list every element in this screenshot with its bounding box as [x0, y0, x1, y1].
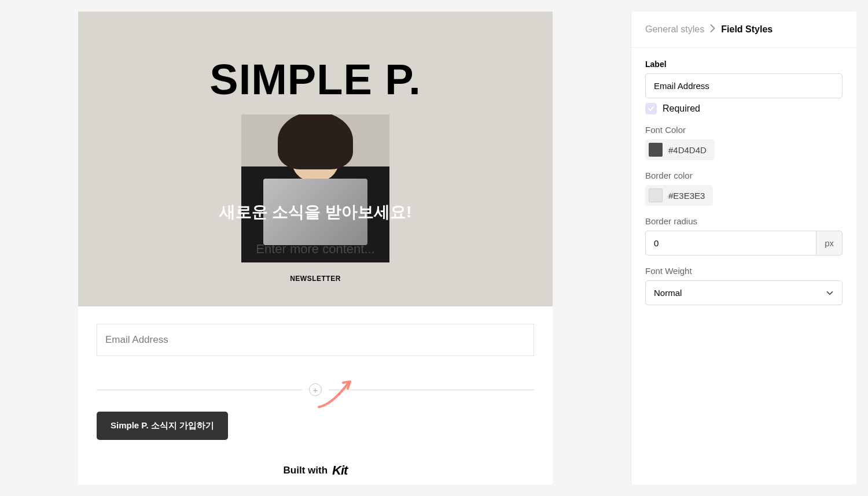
- border-radius-title: Border radius: [645, 216, 843, 226]
- divider-line: [97, 390, 302, 390]
- check-icon: [648, 105, 654, 112]
- font-color-picker[interactable]: #4D4D4D: [645, 139, 715, 160]
- border-radius-input-group: px: [645, 231, 843, 256]
- border-color-group: Border color #E3E3E3: [645, 171, 843, 206]
- font-color-group: Font Color #4D4D4D: [645, 125, 843, 160]
- breadcrumb-current: Field Styles: [721, 24, 773, 35]
- required-checkbox[interactable]: [645, 103, 657, 114]
- label-field-group: Label Required: [645, 60, 843, 114]
- unit-label: px: [816, 231, 843, 256]
- chevron-right-icon: [710, 24, 715, 35]
- hero-image[interactable]: [241, 114, 389, 262]
- styles-sidebar: General styles Field Styles Label Requir…: [631, 12, 856, 484]
- border-color-hex: #E3E3E3: [668, 191, 705, 201]
- font-color-hex: #4D4D4D: [668, 145, 707, 155]
- hero-title[interactable]: SIMPLE P.: [209, 55, 421, 104]
- newsletter-label: NEWSLETTER: [78, 275, 553, 283]
- hero-headline[interactable]: 새로운 소식을 받아보세요!: [78, 201, 553, 223]
- required-label: Required: [663, 103, 700, 114]
- plus-icon: +: [313, 386, 318, 394]
- submit-section: Simple P. 소식지 가입하기: [78, 406, 553, 457]
- label-input[interactable]: [645, 73, 843, 98]
- submit-button[interactable]: Simple P. 소식지 가입하기: [97, 412, 228, 440]
- email-input[interactable]: [97, 324, 534, 356]
- canvas-area: SIMPLE P. 새로운 소식을 받아보세요! Enter more cont…: [0, 0, 631, 496]
- font-weight-title: Font Weight: [645, 266, 843, 276]
- font-color-title: Font Color: [645, 125, 843, 135]
- content-placeholder[interactable]: Enter more content...: [78, 242, 553, 257]
- breadcrumb-prev[interactable]: General styles: [645, 24, 704, 35]
- built-with-text: Built with: [284, 465, 328, 476]
- border-color-title: Border color: [645, 171, 843, 180]
- sidebar-content: Label Required Font Color #4D4D4D Border…: [631, 48, 856, 317]
- border-radius-input[interactable]: [645, 231, 816, 256]
- add-field-button[interactable]: +: [309, 383, 322, 396]
- font-weight-select[interactable]: Normal: [645, 280, 843, 305]
- form-fields-section: [78, 306, 553, 373]
- label-title: Label: [645, 60, 843, 69]
- border-radius-group: Border radius px: [645, 216, 843, 256]
- breadcrumb: General styles Field Styles: [631, 12, 856, 48]
- font-color-swatch: [649, 143, 663, 157]
- border-color-swatch: [649, 188, 663, 202]
- built-with-badge[interactable]: Built with Kit: [78, 457, 553, 495]
- required-checkbox-row[interactable]: Required: [645, 103, 843, 114]
- hero-section[interactable]: SIMPLE P. 새로운 소식을 받아보세요! Enter more cont…: [78, 12, 553, 306]
- border-color-picker[interactable]: #E3E3E3: [645, 185, 713, 206]
- kit-logo: Kit: [332, 463, 347, 478]
- form-preview: SIMPLE P. 새로운 소식을 받아보세요! Enter more cont…: [78, 12, 553, 484]
- add-field-divider: +: [78, 383, 553, 396]
- divider-line: [329, 390, 534, 390]
- font-weight-group: Font Weight Normal: [645, 266, 843, 305]
